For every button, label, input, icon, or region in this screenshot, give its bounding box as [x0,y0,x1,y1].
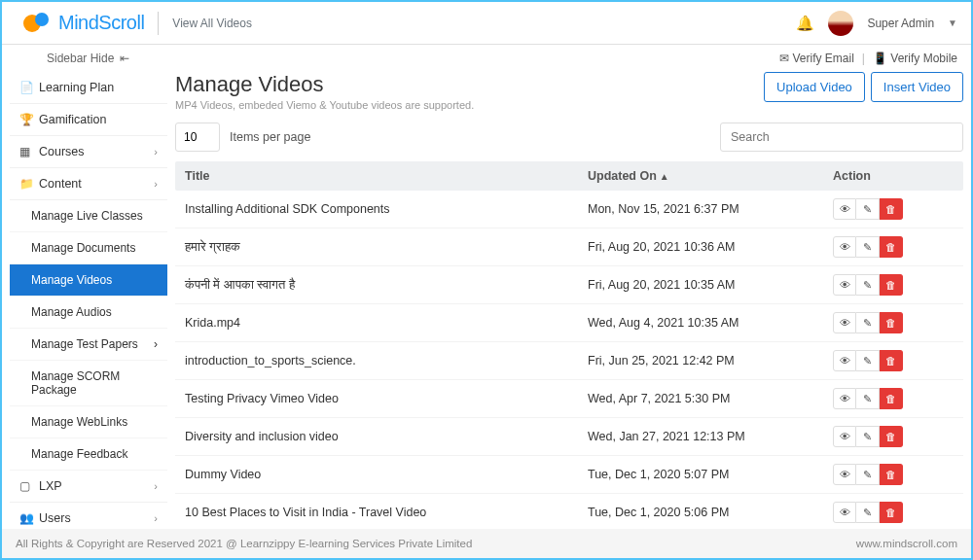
table-row: Testing Privacy Vimeo Video Wed, Apr 7, … [175,380,963,418]
col-action: Action [833,169,954,183]
delete-button[interactable]: 🗑 [880,464,903,485]
table-header: Title Updated On▲ Action [175,161,963,191]
pencil-icon: ✎ [863,279,872,292]
edit-button[interactable]: ✎ [856,236,880,258]
table-row: हमारे ग्राहक Fri, Aug 20, 2021 10:36 AM … [175,228,963,266]
edit-button[interactable]: ✎ [856,350,880,371]
view-button[interactable]: 👁 [833,236,856,258]
view-button[interactable]: 👁 [833,350,856,371]
col-updated[interactable]: Updated On▲ [588,169,833,183]
eye-icon: 👁 [840,241,850,253]
nav-label: Content [39,177,154,191]
col-title[interactable]: Title [185,169,588,183]
edit-button[interactable]: ✎ [856,198,880,220]
delete-button[interactable]: 🗑 [880,502,903,523]
nav-icon: 👥 [19,511,33,525]
cell-updated: Tue, Dec 1, 2020 5:06 PM [588,506,833,519]
nav-sub-manage-documents[interactable]: Manage Documents [10,232,167,264]
delete-button[interactable]: 🗑 [880,198,903,220]
logo-icon [16,13,53,34]
edit-button[interactable]: ✎ [856,502,880,523]
nav-icon: 🏆 [19,113,33,126]
table-row: introduction_to_sports_science. Fri, Jun… [175,342,963,380]
view-button[interactable]: 👁 [833,312,856,333]
cell-updated: Wed, Apr 7, 2021 5:30 PM [588,392,833,405]
verify-email-link[interactable]: ✉ Verify Email [779,52,854,65]
pencil-icon: ✎ [863,355,872,368]
nav-item-lxp[interactable]: ▢LXP› [10,471,167,503]
eye-icon: 👁 [840,507,850,518]
edit-button[interactable]: ✎ [856,464,880,485]
nav-sub-manage-feedback[interactable]: Manage Feedback [10,438,167,471]
nav-sub-label: Manage Videos [31,273,112,287]
eye-icon: 👁 [840,203,850,215]
content-area: Manage Videos MP4 Videos, embeded Viemo … [175,72,963,533]
bell-icon[interactable]: 🔔 [796,15,814,32]
table-row: कंपनी में आपका स्वागत है Fri, Aug 20, 20… [175,266,963,304]
cell-title: 10 Best Places to Visit in India - Trave… [185,506,588,519]
nav-label: Courses [39,145,154,158]
table-row: Dummy Video Tue, Dec 1, 2020 5:07 PM 👁 ✎… [175,456,963,494]
pencil-icon: ✎ [863,393,872,405]
upload-video-button[interactable]: Upload Video [764,72,865,102]
nav-sub-manage-weblinks[interactable]: Manage WebLinks [10,406,167,438]
footer-link[interactable]: www.mindscroll.com [856,538,957,549]
brand-name: MindScroll [58,12,144,34]
view-button[interactable]: 👁 [833,198,856,220]
chevron-right-icon: › [154,480,158,492]
edit-button[interactable]: ✎ [856,312,880,333]
view-button[interactable]: 👁 [833,426,856,447]
search-input[interactable] [720,122,963,152]
nav-sub-label: Manage Test Papers [31,337,138,351]
nav-sub-manage-scorm-package[interactable]: Manage SCORM Package [10,361,167,406]
nav-item-courses[interactable]: ▦Courses› [10,136,167,168]
cell-title: Krida.mp4 [185,316,588,330]
view-button[interactable]: 👁 [833,502,856,523]
delete-button[interactable]: 🗑 [880,236,903,258]
nav-sub-manage-videos[interactable]: Manage Videos [10,264,167,297]
nav-sub-manage-test-papers[interactable]: Manage Test Papers› [10,329,167,361]
trash-icon: 🗑 [885,317,896,329]
pencil-icon: ✎ [863,241,872,254]
table-row: Krida.mp4 Wed, Aug 4, 2021 10:35 AM 👁 ✎ … [175,304,963,342]
trash-icon: 🗑 [885,507,896,518]
nav-sub-manage-audios[interactable]: Manage Audios [10,297,167,329]
cell-title: Dummy Video [185,468,588,481]
view-button[interactable]: 👁 [833,274,856,296]
edit-button[interactable]: ✎ [856,274,880,296]
nav-sub-label: Manage Live Classes [31,209,143,223]
edit-button[interactable]: ✎ [856,426,880,447]
nav-item-content[interactable]: 📁Content› [10,168,167,200]
nav-item-learning-plan[interactable]: 📄Learning Plan [10,72,167,104]
collapse-icon: ⇤ [120,52,129,65]
cell-title: Installing Additional SDK Components [185,202,588,216]
delete-button[interactable]: 🗑 [880,350,903,371]
view-all-videos-link[interactable]: View All Videos [172,17,252,30]
insert-video-button[interactable]: Insert Video [871,72,963,102]
sort-asc-icon: ▲ [660,171,669,182]
verify-mobile-link[interactable]: 📱 Verify Mobile [873,52,957,65]
chevron-right-icon: › [154,146,158,158]
delete-button[interactable]: 🗑 [880,274,903,296]
brand-logo[interactable]: MindScroll [16,12,144,34]
cell-title: introduction_to_sports_science. [185,354,588,368]
delete-button[interactable]: 🗑 [880,312,903,333]
cell-updated: Fri, Aug 20, 2021 10:35 AM [588,278,833,292]
cell-title: कंपनी में आपका स्वागत है [185,278,588,293]
trash-icon: 🗑 [885,241,896,253]
view-button[interactable]: 👁 [833,388,856,409]
avatar[interactable] [828,11,853,36]
cell-updated: Tue, Dec 1, 2020 5:07 PM [588,468,833,481]
edit-button[interactable]: ✎ [856,388,880,409]
nav-sub-manage-live-classes[interactable]: Manage Live Classes [10,200,167,232]
view-button[interactable]: 👁 [833,464,856,485]
caret-down-icon[interactable]: ▼ [948,18,957,28]
items-per-page-input[interactable] [175,122,220,152]
cell-updated: Fri, Aug 20, 2021 10:36 AM [588,240,833,254]
user-name[interactable]: Super Admin [867,17,934,30]
items-per-page-label: Items per page [230,130,310,144]
sidebar-hide-toggle[interactable]: Sidebar Hide ⇤ [47,52,129,65]
nav-item-gamification[interactable]: 🏆Gamification [10,104,167,136]
delete-button[interactable]: 🗑 [880,388,903,409]
delete-button[interactable]: 🗑 [880,426,903,447]
